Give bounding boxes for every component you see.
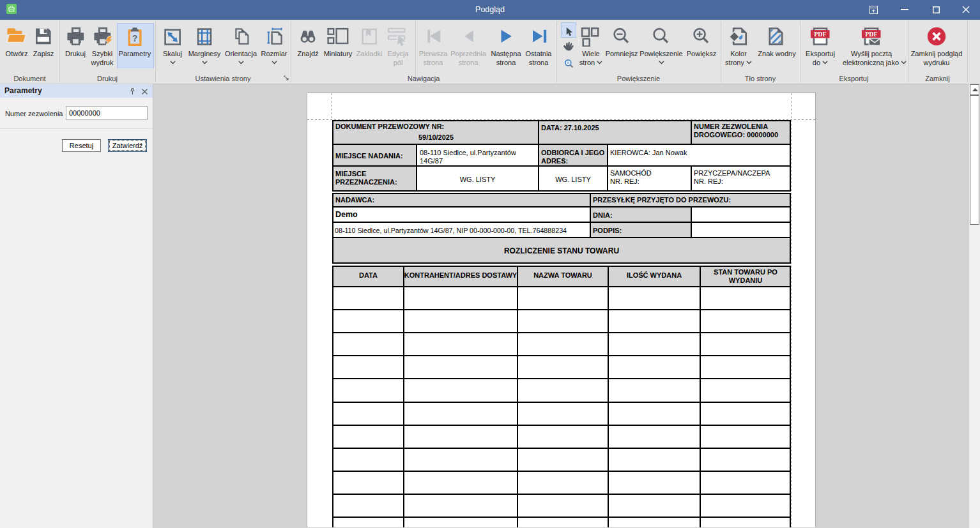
svg-text:PDF: PDF — [814, 31, 826, 38]
svg-text:PDF: PDF — [865, 31, 877, 38]
svg-text:?: ? — [132, 33, 138, 43]
